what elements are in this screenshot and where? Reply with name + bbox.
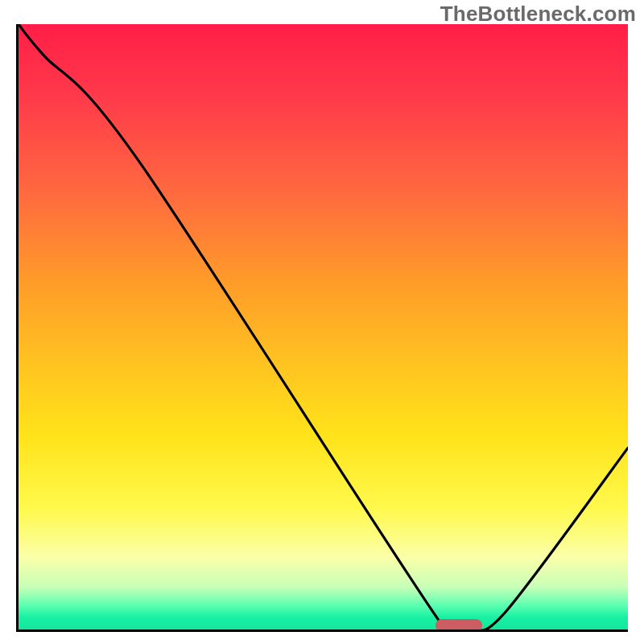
chart-frame: TheBottleneck.com <box>0 0 644 644</box>
optimum-marker <box>436 619 482 632</box>
bottleneck-curve <box>19 24 628 630</box>
watermark-text: TheBottleneck.com <box>440 2 636 27</box>
plot-area <box>16 24 628 632</box>
